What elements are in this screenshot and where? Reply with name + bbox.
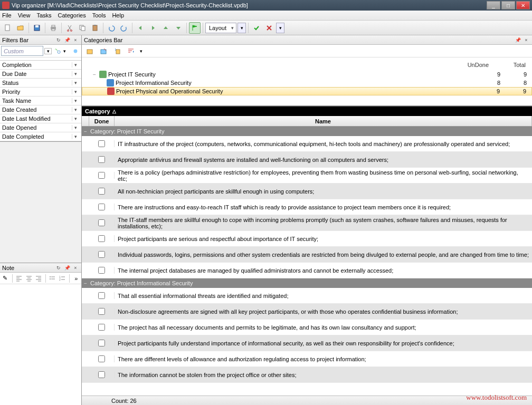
filter-row[interactable]: Date Last Modified▾: [0, 114, 81, 123]
chevron-down-icon[interactable]: ▾: [72, 89, 79, 94]
menu-file[interactable]: File: [2, 12, 12, 18]
name-col-header[interactable]: Name: [115, 116, 532, 126]
done-checkbox[interactable]: [98, 340, 105, 346]
list-numbers-button[interactable]: 12: [58, 274, 66, 283]
filter-row[interactable]: Due Date▾: [0, 70, 81, 79]
refresh-icon[interactable]: ↻: [55, 36, 62, 44]
collapse-icon[interactable]: −: [84, 129, 90, 134]
task-row[interactable]: Appropriate antivirus and firewall syste…: [82, 152, 532, 168]
done-checkbox[interactable]: [98, 140, 105, 147]
task-row[interactable]: There are different levels of allowance …: [82, 351, 532, 367]
done-checkbox[interactable]: [98, 219, 105, 226]
list-bullets-button[interactable]: [49, 274, 57, 283]
pin-icon[interactable]: 📌: [514, 36, 521, 44]
cat-delete-button[interactable]: [112, 46, 122, 56]
task-row[interactable]: All non-technician project participants …: [82, 184, 532, 199]
filter-clear-button[interactable]: [71, 46, 80, 56]
done-checkbox[interactable]: [98, 251, 105, 258]
note-edit-button[interactable]: ✎: [1, 274, 10, 283]
task-row[interactable]: Individual passwords, logins, permission…: [82, 247, 532, 263]
cat-edit-button[interactable]: [99, 46, 108, 56]
align-right-button[interactable]: [34, 274, 43, 283]
save-button[interactable]: [31, 22, 43, 34]
task-row[interactable]: The IT-staff members are skillful enough…: [82, 215, 532, 231]
done-checkbox[interactable]: [98, 355, 105, 362]
task-row[interactable]: There are instructions and easy-to-reach…: [82, 199, 532, 215]
done-checkbox[interactable]: [98, 235, 105, 242]
group-by-header[interactable]: Category △: [82, 107, 532, 116]
chevron-down-icon[interactable]: ▾: [72, 134, 79, 139]
close-panel-icon[interactable]: ×: [522, 36, 530, 44]
done-checkbox[interactable]: [98, 267, 105, 274]
menu-help[interactable]: Help: [112, 12, 124, 18]
category-item[interactable]: −Project IT Security99: [82, 70, 532, 79]
done-checkbox[interactable]: [98, 371, 105, 378]
task-row[interactable]: The internal project databases are manag…: [82, 263, 532, 278]
chevron-down-icon[interactable]: ▾: [72, 107, 79, 112]
custom-filter-input[interactable]: Custom: [1, 46, 43, 56]
done-checkbox[interactable]: [98, 188, 105, 195]
redo-button[interactable]: [118, 22, 130, 34]
delete-button[interactable]: [263, 22, 275, 34]
cat-new-button[interactable]: [85, 46, 94, 56]
category-item[interactable]: Project Informational Security88: [82, 79, 532, 87]
filter-row[interactable]: Task Name▾: [0, 97, 81, 105]
copy-button[interactable]: [77, 22, 88, 34]
note-more-button[interactable]: »: [72, 274, 81, 283]
filter-apply-dropdown[interactable]: ▾: [63, 49, 70, 54]
collapse-icon[interactable]: −: [84, 281, 90, 286]
task-row[interactable]: Project participants fully understand im…: [82, 335, 532, 351]
delete-dropdown[interactable]: ▾: [276, 23, 284, 33]
task-row[interactable]: There is a policy (perhaps administrativ…: [82, 168, 532, 184]
filter-row[interactable]: Status▾: [0, 79, 81, 88]
task-row[interactable]: The information cannot be stolen from th…: [82, 367, 532, 383]
apply-button[interactable]: [251, 22, 262, 34]
filter-row[interactable]: Date Opened▾: [0, 123, 81, 132]
cut-button[interactable]: [64, 22, 75, 34]
maximize-button[interactable]: □: [501, 1, 515, 9]
task-row[interactable]: The project has all necessary documents …: [82, 320, 532, 335]
filter-apply-button[interactable]: [53, 46, 62, 56]
close-button[interactable]: ✕: [516, 1, 530, 9]
done-checkbox[interactable]: [98, 172, 105, 179]
nav-forward-button[interactable]: [147, 22, 159, 34]
task-row[interactable]: Project participants are serious and res…: [82, 231, 532, 247]
nav-up-button[interactable]: [160, 22, 172, 34]
pin-icon[interactable]: 📌: [63, 264, 71, 272]
done-checkbox[interactable]: [98, 156, 105, 163]
layout-dropdown[interactable]: ▾: [238, 23, 246, 33]
refresh-icon[interactable]: ↻: [55, 264, 62, 272]
nav-down-button[interactable]: [173, 22, 184, 34]
cat-sort-dropdown[interactable]: ▾: [140, 49, 142, 54]
task-row[interactable]: Non-disclosure agreements are signed wit…: [82, 304, 532, 320]
close-panel-icon[interactable]: ×: [72, 36, 79, 44]
filter-row[interactable]: Completion▾: [0, 61, 81, 70]
print-button[interactable]: [48, 22, 59, 34]
menu-categories[interactable]: Categories: [58, 12, 86, 18]
chevron-down-icon[interactable]: ▾: [72, 116, 79, 121]
cat-sort-button[interactable]: [126, 46, 136, 56]
menu-tools[interactable]: Tools: [92, 12, 106, 18]
menu-view[interactable]: View: [18, 12, 31, 18]
done-checkbox[interactable]: [98, 292, 105, 299]
category-group-row[interactable]: −Category: Project Informational Securit…: [82, 278, 532, 288]
align-left-button[interactable]: [15, 274, 23, 283]
pin-icon[interactable]: 📌: [63, 36, 71, 44]
done-checkbox[interactable]: [98, 204, 105, 210]
close-panel-icon[interactable]: ×: [72, 264, 79, 272]
chevron-down-icon[interactable]: ▾: [72, 98, 79, 103]
category-item[interactable]: Project Physical and Operational Securit…: [82, 87, 532, 95]
flag-button[interactable]: [189, 22, 201, 34]
task-row[interactable]: IT infrastructure of the project (comput…: [82, 136, 532, 152]
paste-button[interactable]: [89, 22, 101, 34]
nav-back-button[interactable]: [135, 22, 146, 34]
filter-row[interactable]: Date Created▾: [0, 105, 81, 114]
custom-dropdown[interactable]: ▾: [44, 48, 52, 54]
done-col-header[interactable]: Done: [89, 116, 115, 126]
minimize-button[interactable]: _: [487, 1, 500, 9]
done-checkbox[interactable]: [98, 308, 105, 315]
open-file-button[interactable]: [15, 22, 26, 34]
menu-tasks[interactable]: Tasks: [36, 12, 51, 18]
chevron-down-icon[interactable]: ▾: [72, 62, 79, 68]
category-group-row[interactable]: −Category: Project IT Security: [82, 127, 532, 136]
